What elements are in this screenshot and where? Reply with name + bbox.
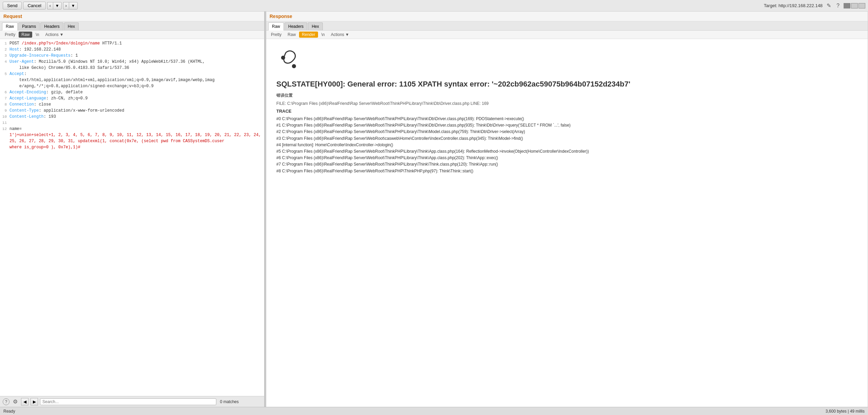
code-line-8: 8 Connection: close <box>0 101 264 108</box>
nav-forward-button[interactable]: › <box>63 2 69 10</box>
error-title: SQLSTATE[HY000]: General error: 1105 XPA… <box>276 80 857 89</box>
error-location-label: 错误位置 <box>276 93 857 98</box>
code-line-3: 3 Upgrade-Insecure-Requests: 1 <box>0 53 264 59</box>
help-button[interactable]: ? <box>835 2 841 10</box>
main-content: Request Raw Params Headers Hex Pretty Ra… <box>0 12 868 407</box>
error-file: FILE: C:\Program Files (x86)\RealFriend\… <box>276 101 857 106</box>
edit-target-button[interactable]: ✎ <box>825 2 832 10</box>
trace-line-1: #1 C:\Program Files (x86)\RealFriend\Rap… <box>276 122 857 129</box>
layout-horizontal-icon[interactable] <box>851 3 858 8</box>
response-sub-tab-pretty[interactable]: Pretty <box>268 32 284 38</box>
response-panel-header: Response <box>266 12 868 21</box>
request-tab-bar: Raw Params Headers Hex <box>0 21 264 31</box>
request-tab-headers[interactable]: Headers <box>40 22 63 30</box>
trace-line-4: #4 [internal function]: Home\Controller\… <box>276 142 857 148</box>
trace-line-2: #2 C:\Program Files (x86)\RealFriend\Rap… <box>276 129 857 135</box>
nav-back-button[interactable]: ‹ <box>47 2 53 10</box>
code-line-12: 12 name= <box>0 126 264 132</box>
toolbar-right: Target: http://192.168.222.148 ✎ ? <box>764 2 865 10</box>
request-actions-button[interactable]: Actions ▼ <box>42 32 66 38</box>
response-tab-headers[interactable]: Headers <box>284 22 307 30</box>
response-sub-tab-render[interactable]: Render <box>299 32 318 38</box>
matches-count: 0 matches <box>218 399 239 404</box>
layout-single-icon[interactable] <box>859 3 865 8</box>
trace-line-0: #0 C:\Program Files (x86)\RealFriend\Rap… <box>276 116 857 122</box>
code-line-6: 6 Accept-Encoding: gzip, deflate <box>0 89 264 95</box>
search-input[interactable] <box>40 398 216 405</box>
code-line-4: 4 User-Agent: Mozilla/5.0 (Windows NT 10… <box>0 59 264 71</box>
nav-button-group: ‹ ▼ <box>47 2 62 10</box>
response-render-area[interactable]: SQLSTATE[HY000]: General error: 1105 XPA… <box>266 39 868 407</box>
sad-face-graphic <box>276 46 857 76</box>
request-tab-params[interactable]: Params <box>18 22 40 30</box>
response-tab-raw[interactable]: Raw <box>268 22 284 31</box>
request-sub-tab-newline[interactable]: \n <box>33 32 42 38</box>
trace-line-6: #6 C:\Program Files (x86)\RealFriend\Rap… <box>276 155 857 161</box>
size-info: 3,600 bytes | 49 millis <box>826 409 865 414</box>
target-text: Target: http://192.168.222.148 <box>764 3 823 8</box>
nav-back-dropdown-button[interactable]: ▼ <box>53 2 62 10</box>
code-line-5: 5 Accept: text/html,application/xhtml+xm… <box>0 71 264 89</box>
response-actions-chevron-icon: ▼ <box>345 32 349 37</box>
response-sub-tab-bar: Pretty Raw Render \n Actions ▼ <box>266 31 868 39</box>
gear-button[interactable]: ⚙ <box>12 398 19 405</box>
response-sub-tab-raw[interactable]: Raw <box>285 32 298 38</box>
svg-point-1 <box>292 64 296 68</box>
toolbar-left: Send Cancel ‹ ▼ › ▼ <box>3 2 78 10</box>
response-actions-button[interactable]: Actions ▼ <box>328 32 352 38</box>
request-tab-hex[interactable]: Hex <box>64 22 79 30</box>
code-line-7: 7 Accept-Language: zh-CN, zh;q=0.9 <box>0 95 264 101</box>
layout-icons <box>844 3 865 8</box>
code-line-payload: 1')+union+select+1, 2, 3, 4, 5, 6, 7, 8,… <box>0 132 264 150</box>
code-line-2: 2 Host: 192.168.222.148 <box>0 46 264 53</box>
response-panel: Response Raw Headers Hex Pretty Raw Rend… <box>266 12 868 407</box>
actions-chevron-icon: ▼ <box>60 32 64 37</box>
top-toolbar: Send Cancel ‹ ▼ › ▼ Target: http://192.1… <box>0 0 868 12</box>
trace-line-3: #3 C:\Program Files (x86)\RealFriend\Rap… <box>276 135 857 142</box>
request-sub-tab-pretty[interactable]: Pretty <box>2 32 18 38</box>
ready-label: Ready <box>3 409 15 414</box>
trace-line-8: #8 C:\Program Files (x86)\RealFriend\Rap… <box>276 168 857 174</box>
request-panel-header: Request <box>0 12 264 21</box>
code-line-1: 1 POST /index.php?s=/Index/dologin/name … <box>0 40 264 46</box>
request-tab-raw[interactable]: Raw <box>2 22 18 31</box>
error-location-header: 错误位置 <box>276 93 293 98</box>
trace-line-7: #7 C:\Program Files (x86)\RealFriend\Rap… <box>276 161 857 168</box>
code-line-11: 11 <box>0 120 264 126</box>
layout-split-icon[interactable] <box>844 3 850 8</box>
send-button[interactable]: Send <box>3 2 22 10</box>
status-bar: Ready 3,600 bytes | 49 millis <box>0 407 868 415</box>
request-sub-tab-raw[interactable]: Raw <box>19 32 32 38</box>
nav-forward-dropdown-button[interactable]: ▼ <box>69 2 78 10</box>
help-circle-button[interactable]: ? <box>3 398 9 405</box>
request-bottom-bar: ? ⚙ ◀ ▶ 0 matches <box>0 396 264 407</box>
cancel-button[interactable]: Cancel <box>23 2 45 10</box>
trace-line-5: #5 C:\Program Files (x86)\RealFriend\Rap… <box>276 148 857 155</box>
response-tab-hex[interactable]: Hex <box>308 22 322 30</box>
request-sub-tab-bar: Pretty Raw \n Actions ▼ <box>0 31 264 39</box>
trace-lines: #0 C:\Program Files (x86)\RealFriend\Rap… <box>276 116 857 174</box>
response-tab-bar: Raw Headers Hex <box>266 21 868 31</box>
nav-forward-button-group: › ▼ <box>63 2 78 10</box>
response-sub-tab-newline[interactable]: \n <box>319 32 328 38</box>
search-prev-button[interactable]: ◀ <box>21 398 28 405</box>
code-line-10: 10 Content-Length: 193 <box>0 114 264 120</box>
request-code-area[interactable]: 1 POST /index.php?s=/Index/dologin/name … <box>0 39 264 396</box>
trace-header: TRACE <box>276 109 857 114</box>
code-line-9: 9 Content-Type: application/x-www-form-u… <box>0 108 264 114</box>
request-panel: Request Raw Params Headers Hex Pretty Ra… <box>0 12 264 407</box>
search-next-button[interactable]: ▶ <box>31 398 38 405</box>
